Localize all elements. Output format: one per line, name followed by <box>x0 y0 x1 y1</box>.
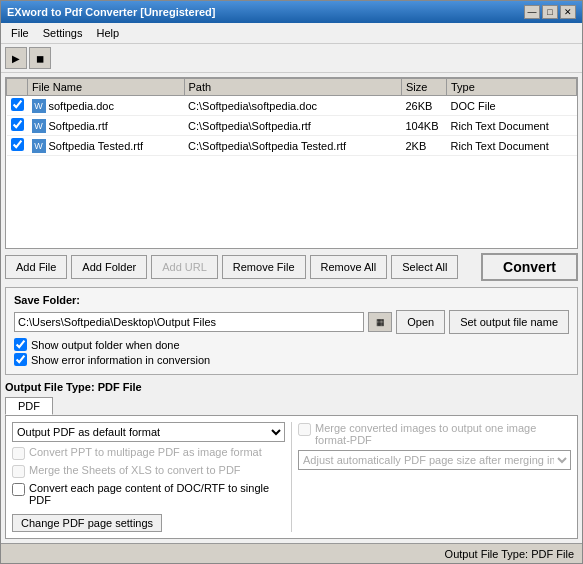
tab-left: Output PDF as default format Convert PPT… <box>12 422 285 532</box>
row-path: C:\Softpedia\softpedia.doc <box>184 96 402 116</box>
col-header-filename[interactable]: File Name <box>28 79 185 96</box>
folder-icon-btn[interactable]: ▦ <box>368 312 392 332</box>
adjust-dropdown[interactable]: Adjust automatically PDF page size after… <box>298 450 571 470</box>
row-size: 26KB <box>402 96 447 116</box>
select-all-button[interactable]: Select All <box>391 255 458 279</box>
menu-bar: File Settings Help <box>1 23 582 44</box>
window-title: EXword to Pdf Converter [Unregistered] <box>7 6 215 18</box>
merge-images-option: Merge converted images to output one ima… <box>298 422 571 446</box>
row-filename-text: softpedia.doc <box>49 100 114 112</box>
close-button[interactable]: ✕ <box>560 5 576 19</box>
col-header-path[interactable]: Path <box>184 79 402 96</box>
convert-doc-option: Convert each page content of DOC/RTF to … <box>12 482 285 506</box>
convert-doc-label: Convert each page content of DOC/RTF to … <box>29 482 285 506</box>
save-folder-input[interactable] <box>14 312 364 332</box>
save-folder-label: Save Folder: <box>14 294 569 306</box>
show-error-checkbox[interactable] <box>14 353 27 366</box>
toolbar: ▶ ◼ <box>1 44 582 73</box>
merge-xls-option: Merge the Sheets of XLS to convert to PD… <box>12 464 285 478</box>
show-output-folder-label: Show output folder when done <box>31 339 180 351</box>
menu-settings[interactable]: Settings <box>37 25 89 41</box>
row-checkbox-cell <box>7 136 28 156</box>
toolbar-btn-1[interactable]: ▶ <box>5 47 27 69</box>
save-folder-row: ▦ Open Set output file name <box>14 310 569 334</box>
row-filename: W Softpedia Tested.rtf <box>28 136 185 156</box>
row-type: Rich Text Document <box>447 136 577 156</box>
convert-doc-checkbox[interactable] <box>12 483 25 496</box>
file-icon: W <box>32 139 46 153</box>
merge-images-label: Merge converted images to output one ima… <box>315 422 571 446</box>
file-icon: W <box>32 119 46 133</box>
row-type: DOC File <box>447 96 577 116</box>
add-folder-button[interactable]: Add Folder <box>71 255 147 279</box>
row-size: 104KB <box>402 116 447 136</box>
table-row: W Softpedia Tested.rtf C:\Softpedia\Soft… <box>7 136 577 156</box>
add-url-button[interactable]: Add URL <box>151 255 218 279</box>
remove-file-button[interactable]: Remove File <box>222 255 306 279</box>
buttons-bar: Add File Add Folder Add URL Remove File … <box>5 253 578 281</box>
add-file-button[interactable]: Add File <box>5 255 67 279</box>
main-window: EXword to Pdf Converter [Unregistered] —… <box>0 0 583 564</box>
col-header-checkbox <box>7 79 28 96</box>
row-checkbox[interactable] <box>11 98 24 111</box>
merge-images-checkbox <box>298 423 311 436</box>
convert-ppt-checkbox <box>12 447 25 460</box>
row-filename: W Softpedia.rtf <box>28 116 185 136</box>
file-icon: W <box>32 99 46 113</box>
menu-help[interactable]: Help <box>90 25 125 41</box>
status-text: Output File Type: PDF File <box>445 548 574 560</box>
file-table: File Name Path Size Type W softpedia.doc… <box>6 78 577 156</box>
maximize-button[interactable]: □ <box>542 5 558 19</box>
tab-divider <box>291 422 292 532</box>
convert-button[interactable]: Convert <box>481 253 578 281</box>
row-type: Rich Text Document <box>447 116 577 136</box>
minimize-button[interactable]: — <box>524 5 540 19</box>
merge-xls-checkbox <box>12 465 25 478</box>
show-output-folder-row: Show output folder when done <box>14 338 569 351</box>
show-output-folder-checkbox[interactable] <box>14 338 27 351</box>
table-row: W Softpedia.rtf C:\Softpedia\Softpedia.r… <box>7 116 577 136</box>
convert-ppt-option: Convert PPT to multipage PDF as image fo… <box>12 446 285 460</box>
change-pdf-settings-button[interactable]: Change PDF page settings <box>12 514 162 532</box>
title-buttons: — □ ✕ <box>524 5 576 19</box>
tab-right: Merge converted images to output one ima… <box>298 422 571 532</box>
tabs-row: PDF <box>5 397 578 415</box>
row-filename: W softpedia.doc <box>28 96 185 116</box>
row-filename-text: Softpedia.rtf <box>49 120 108 132</box>
table-row: W softpedia.doc C:\Softpedia\softpedia.d… <box>7 96 577 116</box>
open-folder-button[interactable]: Open <box>396 310 445 334</box>
title-bar: EXword to Pdf Converter [Unregistered] —… <box>1 1 582 23</box>
set-output-button[interactable]: Set output file name <box>449 310 569 334</box>
tab-content: Output PDF as default format Convert PPT… <box>5 415 578 539</box>
row-path: C:\Softpedia\Softpedia.rtf <box>184 116 402 136</box>
status-bar: Output File Type: PDF File <box>1 543 582 563</box>
menu-file[interactable]: File <box>5 25 35 41</box>
show-error-label: Show error information in conversion <box>31 354 210 366</box>
row-checkbox[interactable] <box>11 118 24 131</box>
output-type-label: Output File Type: PDF File <box>5 381 578 393</box>
merge-xls-label: Merge the Sheets of XLS to convert to PD… <box>29 464 241 476</box>
convert-ppt-label: Convert PPT to multipage PDF as image fo… <box>29 446 262 458</box>
tab-pdf[interactable]: PDF <box>5 397 53 415</box>
save-folder-section: Save Folder: ▦ Open Set output file name… <box>5 287 578 375</box>
format-dropdown[interactable]: Output PDF as default format <box>12 422 285 442</box>
toolbar-btn-2[interactable]: ◼ <box>29 47 51 69</box>
remove-all-button[interactable]: Remove All <box>310 255 388 279</box>
row-filename-text: Softpedia Tested.rtf <box>49 140 144 152</box>
row-path: C:\Softpedia\Softpedia Tested.rtf <box>184 136 402 156</box>
file-table-container: File Name Path Size Type W softpedia.doc… <box>5 77 578 249</box>
output-type-section: Output File Type: PDF File PDF Output PD… <box>5 381 578 539</box>
row-checkbox-cell <box>7 96 28 116</box>
row-size: 2KB <box>402 136 447 156</box>
row-checkbox-cell <box>7 116 28 136</box>
col-header-type[interactable]: Type <box>447 79 577 96</box>
show-error-row: Show error information in conversion <box>14 353 569 366</box>
main-content: File Name Path Size Type W softpedia.doc… <box>1 73 582 543</box>
row-checkbox[interactable] <box>11 138 24 151</box>
col-header-size[interactable]: Size <box>402 79 447 96</box>
